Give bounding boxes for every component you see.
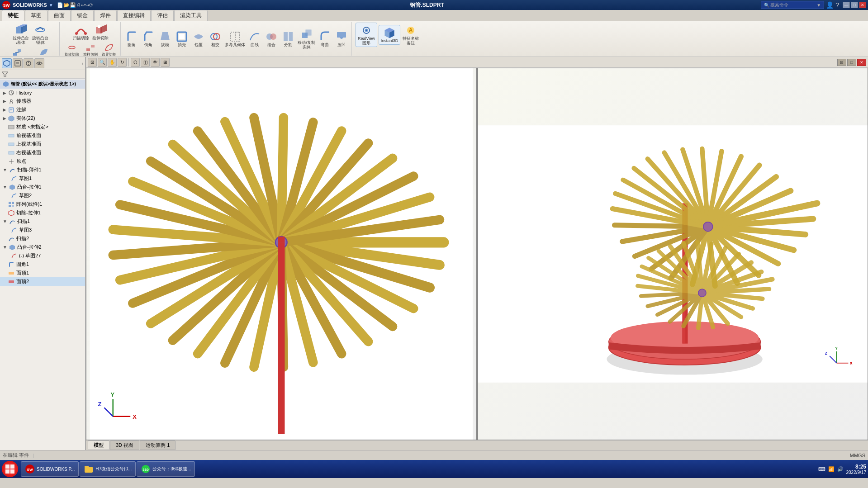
properties-tab-icon[interactable] [13, 58, 23, 68]
tree-item-history[interactable]: ▶ History [0, 89, 85, 97]
fillet-button[interactable]: 圆角 [123, 29, 140, 48]
close-button[interactable]: ✕ [859, 2, 866, 8]
clock-display[interactable]: 8:25 2022/9/17 [846, 464, 867, 475]
tab-features[interactable]: 特征 [2, 10, 24, 21]
tree-item-cut1[interactable]: ▶ 切除-拉伸1 [0, 208, 85, 217]
panel-expand-icon[interactable]: › [82, 61, 83, 66]
boss2-label: 凸台-拉伸2 [17, 244, 42, 251]
intersect-button[interactable]: 相交 [207, 29, 223, 48]
redo-icon[interactable]: ↪ [85, 2, 89, 8]
print-icon[interactable]: 🖨 [76, 2, 81, 8]
revolve-cut-button[interactable]: 旋转切除 [63, 43, 81, 57]
tree-item-material[interactable]: ▶ 材质 <未指定> [0, 123, 85, 131]
tree-item-pattern1[interactable]: ▶ 阵列(线性)1 [0, 200, 85, 208]
tree-item-sketch27[interactable]: (-) 草图27 [0, 251, 85, 260]
vp-tile-icon[interactable]: ⊟ [837, 59, 846, 66]
tree-item-solids[interactable]: ▶ 实体(22) [0, 114, 85, 123]
tab-weldment[interactable]: 焊件 [94, 10, 117, 21]
section-view-icon[interactable]: ⊞ [161, 58, 170, 67]
pan-icon[interactable]: ✋ [108, 58, 117, 67]
tree-item-sketch1[interactable]: 草图1 [0, 174, 85, 183]
tray-icon-network[interactable]: 📶 [828, 466, 835, 472]
save-file-icon[interactable]: 💾 [70, 2, 76, 8]
combine-button[interactable]: 组合 [263, 29, 280, 48]
tree-item-boss2[interactable]: ▼ 凸台-拉伸2 [0, 243, 85, 251]
tree-item-sweep-thin1[interactable]: ▼ 扫描-薄件1 [0, 166, 85, 174]
tree-item-top-plane[interactable]: ▶ 上视基准面 [0, 140, 85, 148]
taskbar-folder-icon[interactable]: H:\微信公众号(0... [80, 461, 136, 477]
tab-surface[interactable]: 曲面 [48, 10, 71, 21]
new-file-icon[interactable]: 📄 [57, 2, 63, 8]
draft-button[interactable]: 拔模 [157, 29, 173, 48]
extrude-cut-button[interactable]: 拉伸切除 [91, 23, 109, 42]
taskbar-sw-icon[interactable]: SW SOLIDWORKS P... [21, 461, 79, 477]
tab-evaluate[interactable]: 评估 [151, 10, 174, 21]
maximize-button[interactable]: □ [851, 2, 858, 8]
tree-item-sweep3[interactable]: ▶ 扫描2 [0, 234, 85, 243]
tab-model[interactable]: 模型 [88, 441, 109, 450]
chamfer-button[interactable]: 倒角 [140, 29, 157, 48]
tree-item-right-plane[interactable]: ▶ 右视基准面 [0, 148, 85, 157]
tab-direct-edit[interactable]: 直接编辑 [117, 10, 151, 21]
display-style-icon[interactable]: ◫ [141, 58, 150, 67]
boss-revolve-button[interactable]: 旋转凸台/基体 [31, 23, 49, 46]
realview-button[interactable]: RealView图形 [356, 23, 377, 47]
boundary-cut-button[interactable]: 边界切割 [100, 43, 118, 57]
tab-motion[interactable]: 运动算例 1 [140, 441, 175, 450]
svg-point-49 [10, 99, 12, 101]
view-orient-icon[interactable]: ⬡ [131, 58, 140, 67]
open-file-icon[interactable]: 📂 [63, 2, 70, 8]
tree-item-origin[interactable]: ▶ 原点 [0, 157, 85, 166]
indent-button[interactable]: 压凹 [333, 29, 350, 48]
vp-max-icon[interactable]: □ [847, 59, 856, 66]
zoom-fit-icon[interactable]: ⊡ [88, 58, 97, 67]
zoom-icon[interactable]: 🔍 [98, 58, 107, 67]
help-icon[interactable]: ? [835, 1, 839, 9]
rebuild-icon[interactable]: ⟳ [89, 2, 93, 8]
hide-show-icon[interactable]: 👁 [151, 58, 160, 67]
rotate-icon[interactable]: ↻ [118, 58, 127, 67]
tree-item-sensors[interactable]: ▶ 传感器 [0, 97, 85, 105]
wrap-button[interactable]: 包覆 [190, 29, 207, 48]
tray-icon-sound[interactable]: 🔊 [837, 466, 844, 472]
vp-close-icon[interactable]: ✕ [857, 59, 866, 66]
tab-sketch[interactable]: 草图 [25, 10, 47, 21]
bend-button[interactable]: 弯曲 [317, 29, 333, 48]
tree-item-surface1[interactable]: ▶ 面顶1 [0, 269, 85, 277]
shell-button[interactable]: 抽壳 [174, 29, 190, 48]
tree-item-sketch2[interactable]: 草图2 [0, 191, 85, 200]
taskbar-browser-icon[interactable]: 360 公众号：360极速... [137, 461, 195, 477]
minimize-button[interactable]: — [843, 2, 850, 8]
tab-3d-view[interactable]: 3D 视图 [110, 441, 139, 450]
left-viewport[interactable]: X Y Z [86, 68, 478, 440]
search-bar[interactable]: 🔍 搜索命令 ▼ [761, 1, 824, 9]
user-icon[interactable]: 👤 [826, 1, 834, 9]
instant3d-button[interactable]: Instant3D [379, 25, 400, 45]
tree-header-item[interactable]: 钢管 (默认<< 默认>显示状态 1>) [0, 80, 85, 89]
feature-notes-button[interactable]: A 特征名称备注 [402, 23, 420, 47]
ref-geometry-button[interactable]: 参考几何体 [224, 29, 246, 48]
tab-render[interactable]: 渲染工具 [174, 10, 208, 21]
tree-item-sketch3[interactable]: 草图3 [0, 226, 85, 234]
display-tab-icon[interactable] [34, 58, 44, 68]
undo-icon[interactable]: ↩ [81, 2, 85, 8]
tree-item-fillet1[interactable]: ▶ 圆角1 [0, 260, 85, 269]
boss-extrude-button[interactable]: 拉伸凸台/基体 [12, 23, 30, 46]
features-tab-icon[interactable] [2, 58, 12, 68]
right-viewport[interactable]: X Y Z [478, 68, 868, 440]
loft-cut-button[interactable]: 放样切制 [82, 43, 99, 57]
search-dropdown-icon[interactable]: ▼ [816, 3, 821, 8]
curves-button[interactable]: 曲线 [247, 29, 263, 48]
sweep-cut-button[interactable]: 扫描切除 [72, 23, 90, 42]
start-button[interactable] [2, 461, 18, 477]
tree-item-notes[interactable]: ▶ 注解 [0, 105, 85, 114]
tab-sheetmetal[interactable]: 钣金 [71, 10, 94, 21]
tray-icon-keyboard[interactable]: ⌨ [818, 466, 825, 472]
move-copy-button[interactable]: 移动/复制实体 [297, 27, 316, 51]
tree-item-sweep2[interactable]: ▼ 扫描1 [0, 217, 85, 226]
reference-tab-icon[interactable] [24, 58, 33, 68]
tree-item-front-plane[interactable]: ▶ 前视基准面 [0, 131, 85, 140]
tree-item-boss1[interactable]: ▼ 凸台-拉伸1 [0, 183, 85, 191]
split-button[interactable]: 分割 [280, 29, 296, 48]
tree-item-surface2[interactable]: ▶ 面顶2 [0, 277, 85, 286]
